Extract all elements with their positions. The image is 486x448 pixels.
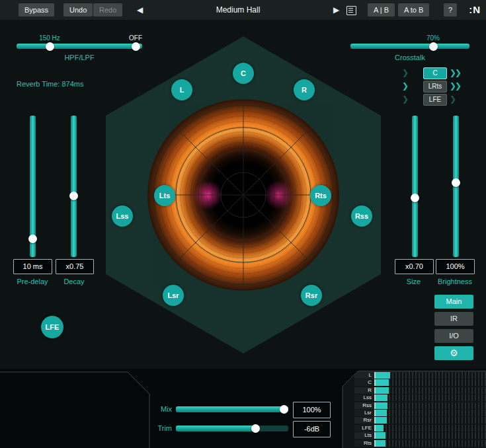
- meter-channel-label: C: [354, 379, 374, 386]
- tab-ir[interactable]: IR: [434, 312, 473, 326]
- lpf-value-label: OFF: [122, 34, 149, 42]
- routing-button-lrts[interactable]: LRts: [423, 81, 447, 93]
- meter-bar: [374, 425, 486, 431]
- meter-fill: [376, 410, 387, 416]
- trim-handle[interactable]: [251, 424, 260, 433]
- channel-node-rss[interactable]: Rss: [351, 205, 372, 227]
- ab-compare-button[interactable]: A | B: [368, 3, 395, 17]
- meter-bar: [374, 387, 486, 394]
- meter-bar: [374, 432, 486, 439]
- meter-row: Rts: [354, 440, 486, 447]
- decay-handle[interactable]: [69, 192, 78, 200]
- meter-fill: [376, 417, 387, 424]
- viz-grid: [106, 36, 381, 354]
- mix-slider[interactable]: [176, 406, 288, 412]
- predelay-value[interactable]: 10 ms: [13, 259, 52, 274]
- tab-io[interactable]: I/O: [434, 329, 473, 343]
- trim-slider[interactable]: [176, 426, 288, 431]
- meter-channel-label: Lsr: [354, 410, 374, 416]
- trim-fill: [176, 426, 255, 431]
- meter-row: Rss: [354, 402, 486, 409]
- tab-main[interactable]: Main: [434, 295, 473, 309]
- paragon-plugin-window: Bypass Undo Redo ◀ Medium Hall ▶ A | B A…: [0, 0, 486, 448]
- meter-row: Lts: [354, 432, 486, 439]
- undo-button[interactable]: Undo: [63, 3, 93, 17]
- meter-channel-label: Rss: [354, 402, 374, 409]
- preset-name[interactable]: Medium Hall: [185, 5, 291, 15]
- meter-channel-label: Lts: [354, 432, 374, 439]
- previous-preset-icon[interactable]: ◀: [137, 5, 143, 15]
- meter-channel-label: Rts: [354, 440, 374, 447]
- next-preset-icon[interactable]: ▶: [333, 5, 339, 15]
- size-slider[interactable]: [412, 116, 418, 257]
- routing-button-c[interactable]: C: [423, 67, 447, 79]
- meter-row: C: [354, 379, 486, 386]
- redo-button[interactable]: Redo: [93, 3, 122, 17]
- meter-row: Lss: [354, 394, 486, 401]
- meter-bar: [374, 372, 486, 379]
- channel-node-l[interactable]: L: [171, 79, 192, 100]
- title-bar: Bypass Undo Redo ◀ Medium Hall ▶ A | B A…: [0, 0, 486, 20]
- routing-out-icon[interactable]: ❯❯: [450, 81, 460, 91]
- bypass-button[interactable]: Bypass: [19, 3, 54, 17]
- mix-label: Mix: [152, 405, 172, 413]
- meter-channel-label: L: [354, 372, 374, 379]
- channel-node-lfe[interactable]: LFE: [41, 316, 63, 338]
- preset-list-icon[interactable]: [346, 6, 356, 15]
- hpf-value-label: 150 Hz: [33, 34, 66, 42]
- meter-row: LFE: [354, 425, 486, 431]
- predelay-handle[interactable]: [28, 235, 37, 243]
- settings-gear-icon[interactable]: ⚙: [434, 346, 473, 360]
- crosstalk-slider[interactable]: [350, 44, 469, 49]
- channel-node-r[interactable]: R: [294, 79, 315, 100]
- routing-in-icon[interactable]: ❯: [402, 68, 407, 77]
- channel-node-lss[interactable]: Lss: [112, 205, 133, 227]
- channel-node-lsr[interactable]: Lsr: [163, 285, 184, 306]
- meter-bar: [374, 440, 486, 447]
- brightness-label: Brightness: [431, 278, 479, 285]
- help-button[interactable]: ?: [444, 3, 457, 17]
- decay-value[interactable]: x0.75: [56, 259, 94, 274]
- mix-handle[interactable]: [280, 405, 288, 414]
- routing-out-icon[interactable]: ❯❯: [450, 68, 460, 77]
- brightness-handle[interactable]: [452, 178, 460, 187]
- crosstalk-handle[interactable]: [429, 42, 438, 51]
- crosstalk-value-label: 70%: [420, 34, 446, 42]
- lpf-handle[interactable]: [132, 42, 140, 51]
- routing-in-icon[interactable]: ❯: [402, 81, 407, 91]
- hpf-lpf-slider[interactable]: [17, 44, 142, 49]
- channel-node-lts[interactable]: Lts: [154, 185, 175, 206]
- mix-value[interactable]: 100%: [293, 402, 331, 418]
- size-value[interactable]: x0.70: [395, 259, 434, 274]
- routing-in-icon[interactable]: ❯: [402, 94, 407, 104]
- meter-rows: LCRLssRssLsrRsrLFELtsRts: [354, 372, 486, 447]
- meter-bar: [374, 394, 486, 401]
- meter-fill: [376, 425, 384, 431]
- size-handle[interactable]: [411, 194, 419, 202]
- meter-fill: [376, 379, 389, 386]
- trim-value[interactable]: -6dB: [293, 421, 331, 437]
- channel-node-c[interactable]: C: [233, 63, 254, 84]
- meter-channel-label: Lss: [354, 394, 374, 401]
- channel-node-rsr[interactable]: Rsr: [301, 285, 322, 306]
- routing-row-lfe: ❯ LFE ❯: [394, 94, 467, 106]
- meter-bar: [374, 417, 486, 424]
- a-to-b-button[interactable]: A to B: [398, 3, 429, 17]
- hpf-handle[interactable]: [46, 42, 54, 51]
- meter-row: Rsr: [354, 417, 486, 424]
- nugen-logo-icon: :N: [469, 4, 481, 15]
- decay-slider[interactable]: [71, 116, 77, 257]
- meter-fill: [376, 394, 387, 401]
- brightness-value[interactable]: 100%: [436, 259, 475, 274]
- routing-button-lfe[interactable]: LFE: [423, 94, 447, 106]
- meter-fill: [376, 440, 385, 447]
- crosstalk-label: Crosstalk: [384, 54, 436, 61]
- hpf-lpf-label: HPF/LPF: [46, 54, 112, 61]
- meter-bar: [374, 379, 486, 386]
- channel-node-rts[interactable]: Rts: [310, 185, 331, 206]
- meter-fill: [376, 402, 387, 409]
- mix-fill: [176, 406, 288, 412]
- routing-out-icon[interactable]: ❯: [450, 94, 455, 104]
- meter-channel-label: Rsr: [354, 417, 374, 424]
- meter-channel-label: LFE: [354, 425, 374, 431]
